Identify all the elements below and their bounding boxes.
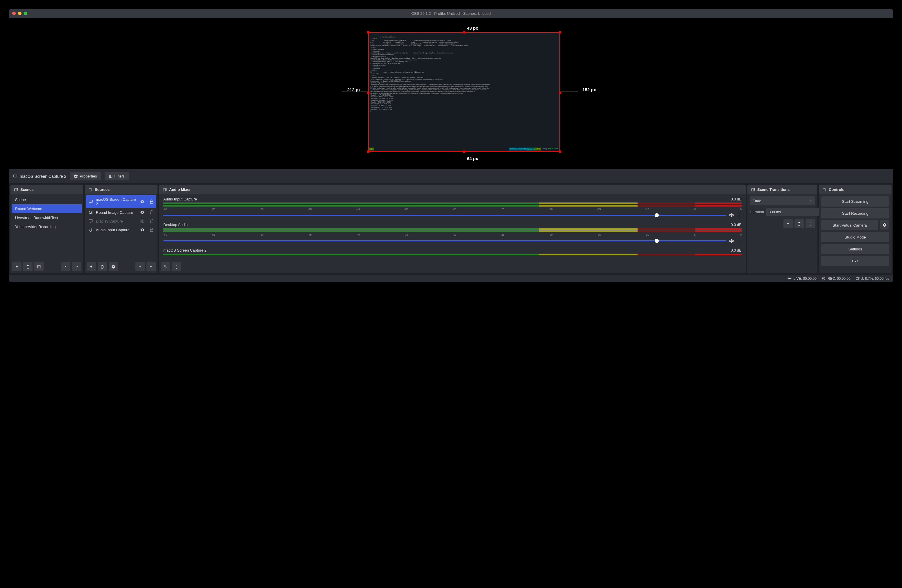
exit-button[interactable]: Exit bbox=[821, 256, 889, 266]
scene-item[interactable]: Scene bbox=[12, 195, 82, 204]
source-item[interactable]: Round Image Capture bbox=[86, 208, 157, 217]
svg-rect-7 bbox=[89, 200, 92, 202]
resize-handle-br[interactable] bbox=[559, 150, 561, 153]
move-scene-up-button[interactable] bbox=[61, 262, 70, 271]
dim-bottom: 64 px bbox=[467, 156, 478, 161]
properties-button[interactable]: Properties bbox=[70, 172, 101, 180]
svg-point-11 bbox=[166, 267, 167, 268]
channel-menu-button[interactable]: ⋮ bbox=[736, 238, 742, 244]
scene-filters-button[interactable] bbox=[34, 262, 44, 271]
volume-slider[interactable] bbox=[163, 240, 727, 241]
eye-off-icon[interactable] bbox=[140, 219, 145, 224]
tmux-window-2: 2:Secondary# bbox=[517, 148, 527, 150]
svg-rect-0 bbox=[13, 175, 17, 177]
vu-meter bbox=[163, 253, 742, 255]
filters-button[interactable]: Filters bbox=[105, 172, 129, 180]
resize-handle-tr[interactable] bbox=[559, 31, 561, 33]
add-scene-button[interactable]: + bbox=[12, 262, 22, 271]
transition-menu-button[interactable]: ⋮ bbox=[805, 219, 815, 228]
start-recording-button[interactable]: Start Recording bbox=[821, 208, 889, 219]
move-source-down-button[interactable] bbox=[146, 262, 156, 271]
source-properties-button[interactable] bbox=[109, 262, 118, 271]
resize-handle-bm[interactable] bbox=[463, 150, 465, 153]
svg-rect-12 bbox=[752, 189, 754, 191]
start-streaming-button[interactable]: Start Streaming bbox=[821, 196, 889, 206]
channel-menu-button[interactable]: ⋮ bbox=[736, 213, 742, 218]
audio-mixer-panel: Audio Mixer Audio Input Capture0.0 dB -6… bbox=[159, 185, 745, 273]
preview-source[interactable]: → ~ cd Projects/work/dyte/temp → temp ls… bbox=[368, 32, 560, 152]
source-item[interactable]: macOS Screen Capture 2 bbox=[86, 195, 157, 208]
mixer-header: Audio Mixer bbox=[159, 185, 745, 194]
duration-input[interactable] bbox=[766, 208, 820, 216]
lock-open-icon[interactable] bbox=[149, 219, 154, 224]
monitor-icon bbox=[13, 174, 17, 179]
speaker-icon[interactable] bbox=[729, 213, 734, 218]
svg-rect-3 bbox=[14, 189, 17, 191]
titlebar: OBS 29.1.2 - Profile: Untitled - Scenes:… bbox=[9, 9, 893, 18]
lock-open-icon[interactable] bbox=[149, 199, 154, 204]
source-item[interactable]: Display Capture bbox=[86, 217, 157, 225]
tmux-window-3: 3:Tertiary# bbox=[527, 148, 535, 150]
mixer-channel: Desktop Audio0.0 dB -60-55-50-45-40-35-3… bbox=[160, 221, 744, 246]
controls-panel: Controls Start Streaming Start Recording… bbox=[819, 185, 891, 273]
mixer-menu-button[interactable]: ⋮ bbox=[172, 262, 181, 271]
dock-icon bbox=[88, 188, 92, 192]
eye-icon[interactable] bbox=[140, 199, 145, 204]
speaker-icon[interactable] bbox=[729, 238, 734, 244]
svg-point-14 bbox=[789, 278, 790, 279]
controls-body: Start Streaming Start Recording Start Vi… bbox=[819, 194, 891, 273]
svg-rect-13 bbox=[823, 189, 825, 191]
volume-slider[interactable] bbox=[163, 215, 727, 216]
sources-header: Sources bbox=[85, 185, 158, 194]
source-item[interactable]: Audio Input Capture bbox=[86, 225, 157, 234]
vu-meter bbox=[163, 230, 742, 232]
resize-handle-tl[interactable] bbox=[367, 31, 370, 33]
svg-rect-6 bbox=[89, 189, 91, 191]
preview-area[interactable]: 43 px 64 px 212 px 152 px → ~ cd Project… bbox=[9, 18, 893, 169]
sources-panel: Sources macOS Screen Capture 2 Round Ima… bbox=[85, 185, 158, 273]
resize-handle-mr[interactable] bbox=[559, 92, 561, 94]
move-scene-down-button[interactable] bbox=[72, 262, 81, 271]
svg-rect-4 bbox=[38, 265, 39, 268]
dim-right: 152 px bbox=[583, 87, 596, 92]
tmux-session: [dyte] bbox=[370, 148, 374, 150]
lock-open-icon[interactable] bbox=[149, 210, 154, 215]
select-stepper-icon: ▲▼ bbox=[810, 199, 812, 203]
move-source-up-button[interactable] bbox=[135, 262, 145, 271]
resize-handle-tm[interactable] bbox=[463, 31, 465, 33]
eye-icon[interactable] bbox=[140, 210, 145, 215]
db-scale: -60-55-50-45-40-35-30-25-20-15-10-50 bbox=[163, 233, 742, 236]
svg-rect-1 bbox=[109, 175, 110, 178]
db-scale: -60-55-50-45-40-35-30-25-20-15-10-50 bbox=[163, 208, 742, 211]
resize-handle-bl[interactable] bbox=[367, 150, 370, 153]
resize-handle-ml[interactable] bbox=[367, 92, 370, 94]
vcam-settings-button[interactable] bbox=[880, 220, 889, 230]
scene-item[interactable]: YoutubeVideoRecording bbox=[12, 222, 82, 231]
source-toolbar: macOS Screen Capture 2 Properties Filter… bbox=[9, 169, 893, 183]
lock-open-icon[interactable] bbox=[149, 227, 154, 232]
window-title: OBS 29.1.2 - Profile: Untitled - Scenes:… bbox=[9, 11, 893, 16]
remove-scene-button[interactable] bbox=[23, 262, 33, 271]
add-transition-button[interactable]: + bbox=[783, 219, 793, 228]
dock-icon bbox=[822, 188, 827, 192]
trash-icon bbox=[797, 222, 801, 226]
scenes-header: Scenes bbox=[11, 185, 83, 194]
add-source-button[interactable]: + bbox=[86, 262, 96, 271]
settings-button[interactable]: Settings bbox=[821, 244, 889, 254]
studio-mode-button[interactable]: Studio Mode bbox=[821, 232, 889, 242]
remove-source-button[interactable] bbox=[98, 262, 107, 271]
scene-item[interactable]: Round Webcam bbox=[12, 204, 82, 213]
monitor-icon bbox=[88, 199, 93, 204]
svg-rect-8 bbox=[89, 220, 92, 222]
eye-icon[interactable] bbox=[140, 227, 145, 232]
preview-frame[interactable]: 43 px 64 px 212 px 152 px → ~ cd Project… bbox=[342, 24, 560, 163]
advanced-audio-button[interactable] bbox=[161, 262, 170, 271]
remove-transition-button[interactable] bbox=[794, 219, 804, 228]
channel-db: 0.0 dB bbox=[731, 248, 742, 252]
duration-label: Duration bbox=[750, 210, 764, 214]
start-virtual-camera-button[interactable]: Start Virtual Camera bbox=[821, 220, 878, 230]
mixer-channel: Audio Input Capture0.0 dB -60-55-50-45-4… bbox=[160, 195, 744, 221]
scene-item[interactable]: LivestreamBandwidthTest bbox=[12, 213, 82, 222]
chevron-down-icon bbox=[75, 265, 78, 269]
transition-select[interactable]: Fade ▲▼ bbox=[750, 196, 815, 205]
